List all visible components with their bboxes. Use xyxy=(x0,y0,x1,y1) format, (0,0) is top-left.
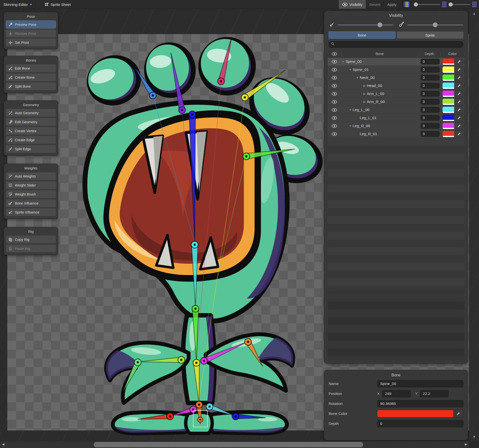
bone-color-swatch[interactable] xyxy=(442,123,454,129)
eyedropper-icon[interactable] xyxy=(454,66,464,73)
visibility-eye-icon[interactable] xyxy=(328,76,341,80)
eyedropper-icon[interactable] xyxy=(454,83,464,89)
visibility-eye-icon[interactable] xyxy=(328,124,341,128)
position-y-field[interactable]: 22.2 xyxy=(420,390,449,397)
scroll-down-icon[interactable]: ▼ xyxy=(469,435,479,439)
scroll-right-icon[interactable]: ▶ xyxy=(465,442,467,446)
bone-color-swatch[interactable] xyxy=(442,58,454,65)
horizontal-scroll-thumb[interactable] xyxy=(94,442,363,447)
depth-field[interactable]: 0 xyxy=(377,420,463,427)
eyedropper-icon[interactable] xyxy=(454,115,464,121)
bone-row-Spine_01[interactable]: ▼Spine_010 xyxy=(328,66,464,74)
bone-color-swatch[interactable] xyxy=(442,75,454,81)
eyedropper-icon[interactable] xyxy=(454,107,464,113)
eyedropper-icon[interactable] xyxy=(453,410,463,417)
depth-field[interactable]: 0 xyxy=(421,123,440,129)
depth-field[interactable]: 0 xyxy=(421,115,440,121)
depth-field[interactable]: 0 xyxy=(421,83,440,89)
sprite-influence-button[interactable]: Sprite Influence xyxy=(6,208,56,216)
bone-color-swatch[interactable] xyxy=(442,107,454,113)
eyedropper-icon[interactable] xyxy=(454,75,464,81)
depth-field[interactable]: 0 xyxy=(421,59,440,65)
bone-search-input[interactable] xyxy=(329,41,463,48)
edit-geometry-button[interactable]: Edit Geometry xyxy=(6,118,56,126)
bone-color-swatch[interactable] xyxy=(442,115,454,121)
scroll-left-icon[interactable]: ◀ xyxy=(2,442,4,446)
tree-collapsed-icon[interactable]: ▶ xyxy=(362,84,366,87)
eyedropper-icon[interactable] xyxy=(454,131,464,137)
depth-field[interactable]: 0 xyxy=(421,99,440,105)
eyedropper-icon[interactable] xyxy=(454,99,464,105)
depth-field[interactable]: 0 xyxy=(421,91,440,97)
visibility-eye-icon[interactable] xyxy=(328,92,341,96)
create-vertex-button[interactable]: Create Vertex xyxy=(6,127,56,135)
auto-weights-button[interactable]: Auto Weights xyxy=(6,172,56,180)
visibility-eye-icon[interactable] xyxy=(328,132,341,136)
bone-size-slider[interactable] xyxy=(338,25,394,25)
bone-row-Leg_R_01[interactable]: Leg_R_010 xyxy=(328,130,464,138)
visibility-eye-icon[interactable] xyxy=(328,116,341,120)
horizontal-scrollbar[interactable]: ◀ ▶ xyxy=(0,441,469,448)
bone-row-Leg_R_00[interactable]: ▼Leg_R_000 xyxy=(328,122,464,130)
bone-color-swatch[interactable] xyxy=(442,99,454,105)
tree-expanded-icon[interactable]: ▼ xyxy=(348,124,352,127)
split-bone-button[interactable]: Split Bone xyxy=(6,82,56,90)
bone-row-Head_00[interactable]: ▶Head_000 xyxy=(328,82,464,90)
auto-geometry-button[interactable]: Auto Geometry xyxy=(6,109,56,117)
bone-color-swatch[interactable] xyxy=(442,131,454,137)
bone-row-Leg_L_00[interactable]: ▼Leg_L_000 xyxy=(328,106,464,114)
paste-rig-button[interactable]: Paste Rig xyxy=(6,244,56,252)
depth-field[interactable]: 0 xyxy=(421,107,440,113)
visibility-eye-icon[interactable] xyxy=(328,68,341,72)
bone-color-swatch[interactable] xyxy=(442,83,454,89)
depth-field[interactable]: 0 xyxy=(421,67,440,73)
skinning-editor-menu[interactable]: Skinning Editor ▼ xyxy=(0,0,36,9)
visibility-eye-icon[interactable] xyxy=(328,60,341,64)
depth-field[interactable]: 0 xyxy=(421,131,440,137)
bone-row-Spine_00[interactable]: ▼Spine_000 xyxy=(328,58,464,66)
visibility-eye-icon[interactable] xyxy=(328,84,341,88)
bone-color-swatch[interactable] xyxy=(377,410,463,417)
bone-row-Arm_R_00[interactable]: ▶Arm_R_000 xyxy=(328,98,464,106)
apply-button[interactable]: Apply xyxy=(384,0,400,9)
tree-expanded-icon[interactable]: ▼ xyxy=(355,76,359,79)
create-edge-button[interactable]: Create Edge xyxy=(6,136,56,144)
tree-expanded-icon[interactable]: ▼ xyxy=(341,60,345,63)
visibility-eye-icon[interactable] xyxy=(328,100,341,104)
tree-expanded-icon[interactable]: ▼ xyxy=(348,68,352,71)
tree-collapsed-icon[interactable]: ▶ xyxy=(362,100,366,103)
tab-sprite[interactable]: Sprite xyxy=(397,31,464,39)
header-eye-icon[interactable] xyxy=(328,52,341,56)
restore-pose-button[interactable]: Restore Pose xyxy=(6,29,56,37)
tree-expanded-icon[interactable]: ▼ xyxy=(348,108,352,111)
eyedropper-icon[interactable] xyxy=(454,91,464,97)
bone-row-Neck_00[interactable]: ▼Neck_000 xyxy=(328,74,464,82)
bone-opacity-slider[interactable] xyxy=(449,0,470,9)
position-x-field[interactable]: 249 xyxy=(382,390,411,397)
weight-slider-button[interactable]: Weight Slider xyxy=(6,181,56,189)
sprite-preview-swatch[interactable] xyxy=(403,1,410,8)
scroll-up-icon[interactable]: ▲ xyxy=(469,12,479,15)
eyedropper-icon[interactable] xyxy=(454,123,464,129)
weight-brush-button[interactable]: Weight Brush xyxy=(6,190,56,198)
set-pivot-button[interactable]: Set Pivot xyxy=(6,38,56,47)
revert-button[interactable]: Revert xyxy=(366,0,384,9)
split-edge-button[interactable]: Split Edge xyxy=(6,145,56,153)
bone-influence-button[interactable]: Bone Influence xyxy=(6,199,56,207)
visibility-eye-icon[interactable] xyxy=(328,108,341,112)
preview-pose-button[interactable]: Preview Pose xyxy=(6,20,56,28)
bone-color-swatch[interactable] xyxy=(442,66,454,73)
tab-bone[interactable]: Bone xyxy=(329,31,396,39)
bone-row-Arm_L_00[interactable]: ▶Arm_L_000 xyxy=(328,90,464,98)
depth-field[interactable]: 0 xyxy=(421,75,440,81)
bone-name-field[interactable]: Spine_00 xyxy=(377,380,463,387)
vertical-scrollbar[interactable]: ▲ ▼ xyxy=(469,9,479,441)
bone-color-swatch[interactable] xyxy=(442,91,454,97)
edit-bone-button[interactable]: Edit Bone xyxy=(6,64,56,72)
create-bone-button[interactable]: Create Bone xyxy=(6,73,56,81)
bone-row-Leg_L_01[interactable]: Leg_L_010 xyxy=(328,114,464,122)
visibility-toggle-button[interactable]: Visibility xyxy=(339,0,366,9)
copy-rig-button[interactable]: Copy Rig xyxy=(6,235,56,243)
rotation-field[interactable]: 90.38365 xyxy=(377,400,463,407)
sprite-opacity-slider[interactable] xyxy=(415,0,440,9)
